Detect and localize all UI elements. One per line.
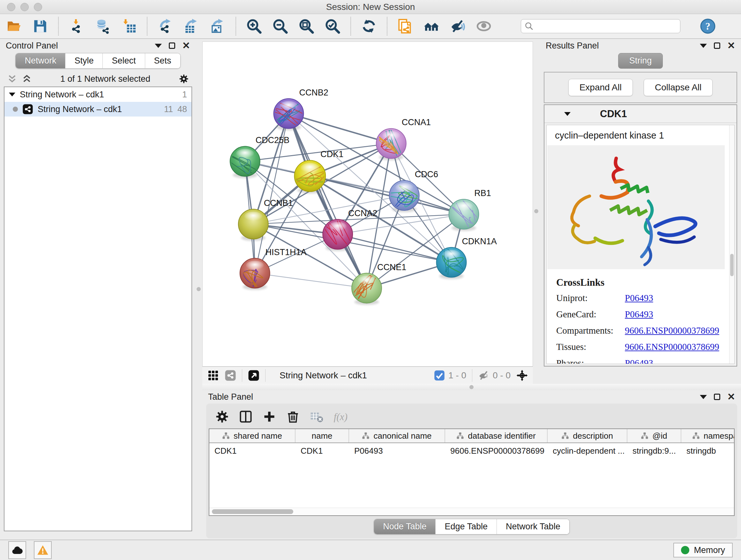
- results-panel-header: Results Panel ✕: [544, 39, 737, 52]
- tab-string[interactable]: String: [618, 53, 663, 69]
- crosslinks-title: CrossLinks: [556, 277, 734, 288]
- zoom-in-icon[interactable]: [246, 18, 262, 35]
- column-header-namespace[interactable]: namespace: [681, 429, 735, 442]
- zoom-out-icon[interactable]: [272, 18, 288, 35]
- maximize-panel-icon[interactable]: [714, 43, 720, 49]
- horizontal-splitter[interactable]: [202, 384, 741, 390]
- tab-network-table[interactable]: Network Table: [496, 519, 569, 534]
- column-header-canonical-name[interactable]: canonical name: [349, 429, 445, 442]
- vertical-splitter-right[interactable]: [533, 39, 540, 384]
- section-expander-icon[interactable]: [564, 112, 570, 116]
- network-canvas[interactable]: CCNB2CCNA1CDC25BCDK1CDC6RB1CCNB1CCNA2CDK…: [202, 42, 533, 367]
- float-panel-icon[interactable]: [700, 44, 707, 48]
- tab-node-table[interactable]: Node Table: [374, 519, 435, 534]
- search-field[interactable]: [521, 19, 680, 33]
- node-label: CDC6: [415, 170, 438, 179]
- show-columns-icon[interactable]: [239, 410, 253, 424]
- fit-content-crosshair-icon[interactable]: [516, 370, 528, 381]
- maximize-window-button[interactable]: [34, 3, 42, 11]
- toolbar-separator: [235, 17, 236, 36]
- window-buttons: [7, 3, 42, 11]
- results-scrollbar[interactable]: [729, 125, 734, 364]
- minimize-window-button[interactable]: [20, 3, 29, 11]
- table-row[interactable]: CDK1 CDK1 P06493 9606.ENSP00000378699 cy…: [209, 443, 734, 458]
- column-header-shared-name[interactable]: shared name: [209, 429, 295, 442]
- crosslinks-section: CrossLinks Uniprot: P06493 GeneCard: P06…: [547, 272, 734, 364]
- float-panel-icon[interactable]: [700, 395, 707, 399]
- create-column-icon[interactable]: [262, 410, 276, 424]
- vertical-splitter-left[interactable]: [195, 39, 202, 540]
- collapse-all-networks-icon[interactable]: [7, 74, 17, 84]
- network-row[interactable]: String Network – cdk1 11 48: [4, 102, 192, 117]
- export-table-icon[interactable]: [183, 18, 200, 35]
- export-image-icon[interactable]: [209, 18, 226, 35]
- export-network-icon[interactable]: [157, 18, 174, 35]
- float-panel-icon[interactable]: [155, 44, 162, 48]
- window-title: Session: New Session: [326, 2, 415, 12]
- genecard-link[interactable]: P06493: [625, 309, 653, 320]
- expand-all-networks-icon[interactable]: [22, 74, 32, 84]
- pharos-link[interactable]: P06493: [625, 358, 653, 364]
- tab-select[interactable]: Select: [103, 53, 145, 68]
- compartments-link[interactable]: 9606.ENSP00000378699: [625, 325, 719, 336]
- gene-section-header[interactable]: CDK1: [544, 105, 737, 123]
- tab-edge-table[interactable]: Edge Table: [435, 519, 496, 534]
- zoom-selected-icon[interactable]: [324, 18, 341, 35]
- houses-icon[interactable]: [423, 18, 440, 35]
- tab-network[interactable]: Network: [16, 53, 65, 68]
- toolbar-separator: [147, 17, 147, 36]
- scrollbar-thumb[interactable]: [212, 509, 293, 514]
- column-scope-icon: [692, 432, 700, 440]
- save-session-icon[interactable]: [32, 18, 49, 35]
- collapse-all-button[interactable]: Collapse All: [644, 79, 713, 96]
- maximize-panel-icon[interactable]: [714, 394, 720, 400]
- clone-network-icon[interactable]: [397, 18, 414, 35]
- column-header-description[interactable]: description: [548, 429, 627, 442]
- close-panel-icon[interactable]: ✕: [182, 41, 190, 51]
- tissues-link[interactable]: 9606.ENSP00000378699: [625, 341, 719, 352]
- network-selection-status: 1 of 1 Network selected: [37, 74, 174, 84]
- tab-style[interactable]: Style: [65, 53, 103, 68]
- column-header-database-identifier[interactable]: database identifier: [445, 429, 548, 442]
- splitter-handle[interactable]: [469, 385, 474, 389]
- memory-button[interactable]: Memory: [673, 543, 733, 557]
- import-table-icon[interactable]: [121, 18, 137, 35]
- table-options-gear-icon[interactable]: [215, 410, 229, 424]
- search-input[interactable]: [534, 19, 677, 33]
- open-session-icon[interactable]: [6, 18, 22, 35]
- selected-checkbox-icon[interactable]: [434, 370, 445, 381]
- control-panel-title: Control Panel: [6, 41, 58, 51]
- zoom-fit-icon[interactable]: [298, 18, 315, 35]
- close-panel-icon[interactable]: ✕: [727, 41, 735, 51]
- network-list: String Network – cdk1 1 String Network –…: [4, 86, 192, 531]
- splitter-handle[interactable]: [534, 209, 538, 213]
- uniprot-link[interactable]: P06493: [625, 293, 653, 303]
- close-window-button[interactable]: [7, 3, 15, 11]
- network-options-gear-icon[interactable]: [179, 74, 189, 84]
- splitter-handle[interactable]: [197, 287, 201, 291]
- hidden-eye-icon[interactable]: [478, 370, 489, 381]
- maximize-panel-icon[interactable]: [169, 43, 175, 49]
- delete-column-icon[interactable]: [286, 410, 300, 424]
- birds-eye-view-icon[interactable]: [248, 370, 259, 381]
- hide-graphics-details-icon[interactable]: [449, 18, 466, 35]
- refresh-icon[interactable]: [360, 18, 377, 35]
- help-icon[interactable]: ?: [699, 18, 716, 35]
- expand-all-button[interactable]: Expand All: [568, 79, 633, 96]
- table-horizontal-scrollbar[interactable]: [209, 508, 734, 515]
- cloud-button[interactable]: [8, 541, 26, 559]
- gene-description: cyclin–dependent kinase 1: [547, 125, 734, 144]
- import-network-from-file-icon[interactable]: [68, 18, 85, 35]
- network-view-mode-icon[interactable]: [225, 370, 236, 381]
- collection-expander-icon[interactable]: [9, 92, 15, 97]
- warnings-button[interactable]: [34, 541, 52, 559]
- grid-view-icon[interactable]: [207, 370, 219, 381]
- column-header-name[interactable]: name: [295, 429, 349, 442]
- node-label: CCNA1: [402, 118, 431, 127]
- column-header-id[interactable]: @id: [627, 429, 681, 442]
- network-collection-row[interactable]: String Network – cdk1 1: [4, 87, 192, 102]
- close-panel-icon[interactable]: ✕: [727, 392, 735, 401]
- import-network-from-database-icon[interactable]: [94, 18, 111, 35]
- tab-sets[interactable]: Sets: [145, 53, 180, 68]
- hidden-counts: 0 - 0: [478, 370, 511, 381]
